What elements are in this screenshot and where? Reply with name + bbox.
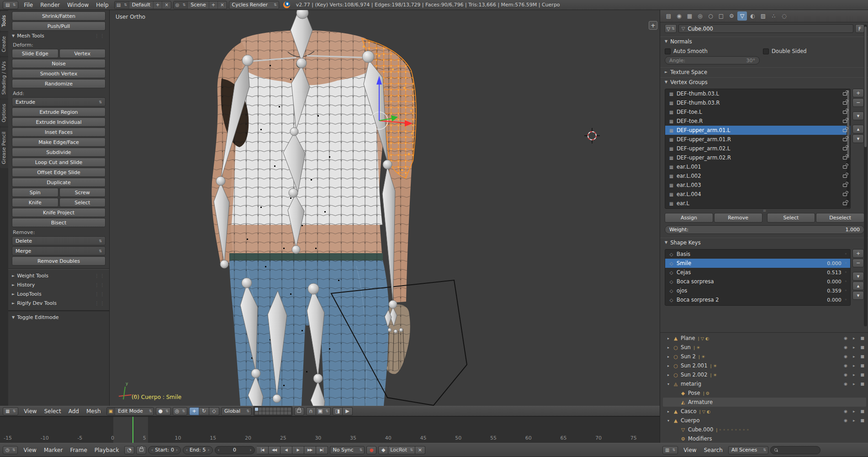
collapsed-panel-header[interactable]: ► LoopTools ⋮⋮ (12, 290, 106, 298)
tool-button[interactable]: Loop Cut and Slide (12, 158, 106, 167)
vertex-group-row[interactable]: ▦ ear.L.004 (665, 190, 850, 199)
extrude-menu-button[interactable]: Extrude ⇅ (12, 97, 106, 106)
auto-smooth-angle-slider[interactable]: Angle: 30° (665, 56, 760, 64)
add-shape-key-button[interactable]: + (852, 249, 864, 258)
deselect-button[interactable]: Deselect (816, 213, 864, 223)
renderability-camera-icon[interactable]: ■ (860, 336, 864, 340)
tool-button[interactable]: Smooth Vertex (12, 69, 106, 78)
outliner-row[interactable]: ▾ ▲ Cuerpo ◉ ▸ ■ (663, 416, 866, 425)
visibility-eye-icon[interactable]: ◉ (844, 409, 847, 414)
tool-shelf-tab[interactable]: Tools (0, 11, 8, 31)
properties-tab[interactable]: ◉ (674, 11, 684, 21)
visibility-eye-icon[interactable]: ◉ (844, 418, 847, 423)
tool-button[interactable]: Extrude Individual (12, 117, 106, 127)
lock-open-icon[interactable] (843, 193, 847, 196)
scene-browse-icon[interactable]: ◎⇅ (174, 1, 188, 9)
shape-key-row[interactable]: ◇ Boca sorpresa 0.000 ◦ (665, 277, 850, 286)
list-scrollbar[interactable] (847, 90, 850, 207)
merge-menu-button[interactable]: Merge ⇅ (12, 246, 106, 255)
viewport-canvas[interactable]: x y User Ortho (0) Cuerpo : Smile + (110, 10, 660, 406)
tool-button[interactable]: Extrude Region (12, 107, 106, 117)
operator-panel-header[interactable]: ▼ Toggle Editmode (12, 313, 106, 322)
lock-to-scene-button[interactable] (294, 407, 304, 415)
snap-magnet-button[interactable]: ∩ (306, 407, 316, 415)
menu-item[interactable]: Select (41, 408, 65, 415)
lock-open-icon[interactable] (843, 101, 847, 105)
datablock-name-field[interactable]: ▽ (678, 24, 853, 33)
scene-name[interactable]: Scene (188, 1, 209, 9)
move-key-down-button[interactable]: ▾ (852, 291, 864, 300)
outliner-row[interactable]: ▽ Cube.000 | ◦ ◦ ◦ ◦ ◦ ◦ ◦ ◦ (663, 425, 866, 434)
add-vertex-group-button[interactable]: + (852, 89, 864, 97)
lock-open-icon[interactable] (843, 175, 847, 178)
tool-button[interactable]: Inset Faces (12, 128, 106, 137)
tool-button[interactable]: Knife Project (12, 208, 106, 217)
rotate-manipulator-button[interactable]: ↻ (199, 407, 209, 415)
shape-key-row[interactable]: ◇ Smile 0.000 ◦ (665, 259, 850, 268)
editor-type-button[interactable]: ▤⇅ (3, 1, 18, 9)
remove-shape-key-button[interactable]: − (852, 259, 864, 267)
transport-button[interactable]: |◀ (257, 446, 269, 454)
menu-item[interactable]: View (680, 446, 700, 454)
visibility-eye-icon[interactable]: ◉ (844, 354, 847, 359)
select-button[interactable]: Select (767, 213, 815, 223)
tool-button[interactable]: Noise (12, 59, 106, 68)
visibility-eye-icon[interactable]: ◉ (844, 363, 847, 368)
expand-toggle-icon[interactable]: ▸ (666, 409, 671, 414)
selectability-cursor-icon[interactable]: ▸ (853, 409, 855, 414)
outliner-row[interactable]: ◆ Pose | ⚙ (663, 388, 866, 398)
outliner-row[interactable]: ▸ ○ Sun 2 | ☀ ◉ ▸ ■ (663, 352, 866, 361)
outliner-row[interactable]: ▸ ▲ Plane | ▽ ◐ ◉ ▸ ■ (663, 334, 866, 343)
shape-key-mute-icon[interactable]: ◦ (845, 288, 847, 293)
renderability-camera-icon[interactable]: ■ (860, 418, 864, 423)
expand-toggle-icon[interactable]: ▸ (666, 364, 671, 368)
properties-tab[interactable]: ◌ (779, 11, 789, 21)
editor-type-button[interactable]: ▥⇅ (662, 446, 678, 454)
tool-button[interactable]: Knife (12, 198, 58, 207)
outliner-row[interactable]: ▸ ○ Sun 2.001 | ☀ ◉ ▸ ■ (663, 361, 866, 370)
properties-tab[interactable]: □ (716, 11, 726, 21)
properties-tab[interactable]: ▨ (758, 11, 768, 21)
pivot-point-selector[interactable]: ◎⇅ (173, 407, 187, 415)
normals-panel-header[interactable]: ▼Normals (660, 37, 868, 46)
visibility-eye-icon[interactable]: ◉ (844, 372, 847, 377)
transform-orientation-selector[interactable]: Global ⇅ (221, 407, 252, 415)
tool-button[interactable]: Make Edge/Face (12, 138, 106, 147)
shape-key-row[interactable]: ◇ Boca sorpresa 2 0.000 ◦ (665, 295, 850, 304)
menu-item[interactable]: View (20, 446, 40, 454)
renderability-camera-icon[interactable]: ■ (860, 409, 864, 414)
layout-name[interactable]: Default (129, 1, 153, 9)
move-group-up-button[interactable]: ▴ (852, 125, 864, 133)
tool-button[interactable]: Slide Edge (12, 49, 58, 58)
tool-button[interactable]: Bisect (12, 218, 106, 227)
menu-item[interactable]: Marker (40, 446, 66, 454)
renderability-camera-icon[interactable]: ■ (860, 382, 864, 386)
move-key-up-button[interactable]: ▴ (852, 282, 864, 290)
visibility-eye-icon[interactable]: ◉ (844, 382, 847, 386)
assign-button[interactable]: Assign (665, 213, 713, 223)
lock-open-icon[interactable] (843, 92, 847, 96)
shape-key-mute-icon[interactable]: ◦ (845, 298, 847, 302)
lock-open-icon[interactable] (843, 184, 847, 187)
expand-toggle-icon[interactable]: ▾ (666, 419, 671, 423)
translate-manipulator-button[interactable]: + (189, 407, 199, 415)
menu-item[interactable]: Frame (66, 446, 90, 454)
vertex-group-row[interactable]: ▦ DEF-thumb.03.R (665, 98, 850, 107)
tool-button[interactable]: Subdivide (12, 148, 106, 157)
keying-set-icon-button[interactable]: ◆ (378, 446, 388, 454)
keying-set-selector[interactable]: LocRot⇅ (388, 446, 415, 454)
expand-toggle-icon[interactable]: ▸ (666, 373, 671, 377)
menu-item[interactable]: Search (700, 446, 726, 454)
outliner-display-mode-selector[interactable]: All Scenes ⇅ (728, 446, 768, 454)
mesh-tools-panel-header[interactable]: ▼ Mesh Tools ⋮⋮ (12, 32, 106, 40)
lock-open-icon[interactable] (843, 138, 847, 141)
menu-item[interactable]: Render (37, 1, 64, 9)
properties-tab[interactable]: ▽ (737, 11, 747, 21)
tool-button[interactable]: Push/Pull (12, 21, 106, 31)
tool-button[interactable]: Randomize (12, 79, 106, 88)
lock-open-icon[interactable] (843, 120, 847, 123)
properties-tab[interactable]: ▦ (685, 11, 694, 21)
shape-key-row[interactable]: ◇ ojos 0.359 ◦ (665, 286, 850, 295)
collapsed-panel-header[interactable]: ► Rigify Dev Tools ⋮⋮ (12, 299, 106, 308)
weight-slider[interactable]: Weight: 1.000 (665, 225, 864, 234)
